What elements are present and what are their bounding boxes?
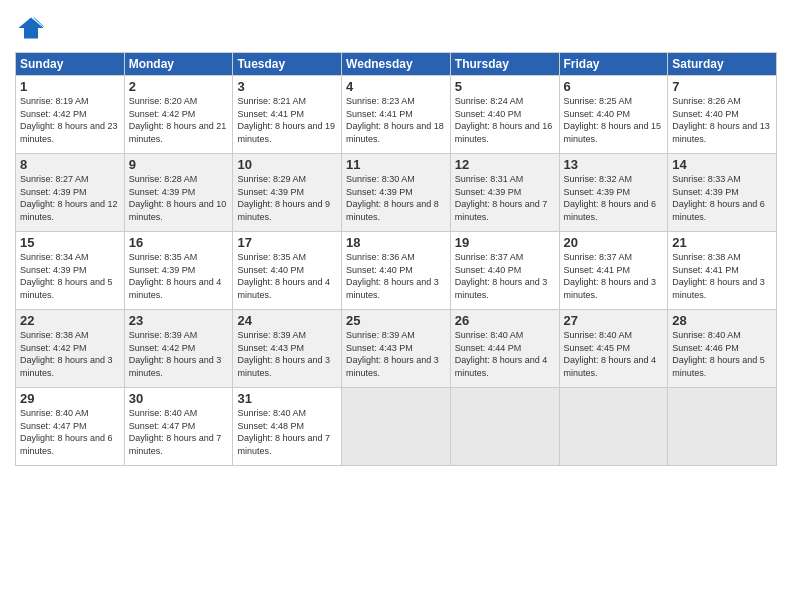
calendar-cell: 2 Sunrise: 8:20 AM Sunset: 4:42 PM Dayli… [124,76,233,154]
day-number: 3 [237,79,337,94]
day-info: Sunrise: 8:40 AM Sunset: 4:47 PM Dayligh… [20,407,120,457]
day-info: Sunrise: 8:38 AM Sunset: 4:41 PM Dayligh… [672,251,772,301]
day-number: 4 [346,79,446,94]
day-header-saturday: Saturday [668,53,777,76]
day-number: 21 [672,235,772,250]
week-row-1: 1 Sunrise: 8:19 AM Sunset: 4:42 PM Dayli… [16,76,777,154]
calendar-cell: 26 Sunrise: 8:40 AM Sunset: 4:44 PM Dayl… [450,310,559,388]
day-info: Sunrise: 8:30 AM Sunset: 4:39 PM Dayligh… [346,173,446,223]
day-info: Sunrise: 8:39 AM Sunset: 4:42 PM Dayligh… [129,329,229,379]
day-number: 19 [455,235,555,250]
calendar-cell: 3 Sunrise: 8:21 AM Sunset: 4:41 PM Dayli… [233,76,342,154]
day-info: Sunrise: 8:40 AM Sunset: 4:47 PM Dayligh… [129,407,229,457]
day-number: 9 [129,157,229,172]
day-info: Sunrise: 8:28 AM Sunset: 4:39 PM Dayligh… [129,173,229,223]
day-number: 27 [564,313,664,328]
day-info: Sunrise: 8:25 AM Sunset: 4:40 PM Dayligh… [564,95,664,145]
day-number: 2 [129,79,229,94]
day-number: 10 [237,157,337,172]
calendar-cell: 17 Sunrise: 8:35 AM Sunset: 4:40 PM Dayl… [233,232,342,310]
calendar-cell: 18 Sunrise: 8:36 AM Sunset: 4:40 PM Dayl… [342,232,451,310]
calendar-cell: 27 Sunrise: 8:40 AM Sunset: 4:45 PM Dayl… [559,310,668,388]
week-row-2: 8 Sunrise: 8:27 AM Sunset: 4:39 PM Dayli… [16,154,777,232]
day-info: Sunrise: 8:38 AM Sunset: 4:42 PM Dayligh… [20,329,120,379]
day-info: Sunrise: 8:40 AM Sunset: 4:48 PM Dayligh… [237,407,337,457]
day-info: Sunrise: 8:31 AM Sunset: 4:39 PM Dayligh… [455,173,555,223]
week-row-4: 22 Sunrise: 8:38 AM Sunset: 4:42 PM Dayl… [16,310,777,388]
calendar-cell: 25 Sunrise: 8:39 AM Sunset: 4:43 PM Dayl… [342,310,451,388]
calendar-cell: 29 Sunrise: 8:40 AM Sunset: 4:47 PM Dayl… [16,388,125,466]
calendar-cell: 20 Sunrise: 8:37 AM Sunset: 4:41 PM Dayl… [559,232,668,310]
week-row-3: 15 Sunrise: 8:34 AM Sunset: 4:39 PM Dayl… [16,232,777,310]
calendar-cell: 6 Sunrise: 8:25 AM Sunset: 4:40 PM Dayli… [559,76,668,154]
calendar-cell: 30 Sunrise: 8:40 AM Sunset: 4:47 PM Dayl… [124,388,233,466]
calendar-cell: 23 Sunrise: 8:39 AM Sunset: 4:42 PM Dayl… [124,310,233,388]
day-number: 6 [564,79,664,94]
day-info: Sunrise: 8:19 AM Sunset: 4:42 PM Dayligh… [20,95,120,145]
day-number: 16 [129,235,229,250]
day-number: 8 [20,157,120,172]
calendar-cell: 12 Sunrise: 8:31 AM Sunset: 4:39 PM Dayl… [450,154,559,232]
calendar-cell [668,388,777,466]
day-number: 14 [672,157,772,172]
calendar-cell [450,388,559,466]
day-header-thursday: Thursday [450,53,559,76]
day-info: Sunrise: 8:34 AM Sunset: 4:39 PM Dayligh… [20,251,120,301]
calendar-cell: 14 Sunrise: 8:33 AM Sunset: 4:39 PM Dayl… [668,154,777,232]
day-info: Sunrise: 8:37 AM Sunset: 4:40 PM Dayligh… [455,251,555,301]
day-number: 31 [237,391,337,406]
day-info: Sunrise: 8:20 AM Sunset: 4:42 PM Dayligh… [129,95,229,145]
calendar-cell: 16 Sunrise: 8:35 AM Sunset: 4:39 PM Dayl… [124,232,233,310]
day-number: 12 [455,157,555,172]
day-number: 5 [455,79,555,94]
calendar-cell: 24 Sunrise: 8:39 AM Sunset: 4:43 PM Dayl… [233,310,342,388]
day-info: Sunrise: 8:32 AM Sunset: 4:39 PM Dayligh… [564,173,664,223]
calendar-cell: 21 Sunrise: 8:38 AM Sunset: 4:41 PM Dayl… [668,232,777,310]
week-row-5: 29 Sunrise: 8:40 AM Sunset: 4:47 PM Dayl… [16,388,777,466]
calendar-cell: 19 Sunrise: 8:37 AM Sunset: 4:40 PM Dayl… [450,232,559,310]
calendar-cell: 9 Sunrise: 8:28 AM Sunset: 4:39 PM Dayli… [124,154,233,232]
day-info: Sunrise: 8:37 AM Sunset: 4:41 PM Dayligh… [564,251,664,301]
calendar-cell: 4 Sunrise: 8:23 AM Sunset: 4:41 PM Dayli… [342,76,451,154]
day-info: Sunrise: 8:40 AM Sunset: 4:44 PM Dayligh… [455,329,555,379]
page: SundayMondayTuesdayWednesdayThursdayFrid… [0,0,792,612]
calendar-cell: 5 Sunrise: 8:24 AM Sunset: 4:40 PM Dayli… [450,76,559,154]
calendar-cell: 31 Sunrise: 8:40 AM Sunset: 4:48 PM Dayl… [233,388,342,466]
day-info: Sunrise: 8:35 AM Sunset: 4:39 PM Dayligh… [129,251,229,301]
day-number: 26 [455,313,555,328]
calendar-cell: 28 Sunrise: 8:40 AM Sunset: 4:46 PM Dayl… [668,310,777,388]
day-number: 24 [237,313,337,328]
day-info: Sunrise: 8:35 AM Sunset: 4:40 PM Dayligh… [237,251,337,301]
calendar-cell: 15 Sunrise: 8:34 AM Sunset: 4:39 PM Dayl… [16,232,125,310]
day-info: Sunrise: 8:40 AM Sunset: 4:45 PM Dayligh… [564,329,664,379]
day-number: 22 [20,313,120,328]
calendar-table: SundayMondayTuesdayWednesdayThursdayFrid… [15,52,777,466]
day-number: 7 [672,79,772,94]
day-info: Sunrise: 8:21 AM Sunset: 4:41 PM Dayligh… [237,95,337,145]
day-number: 25 [346,313,446,328]
calendar-cell: 13 Sunrise: 8:32 AM Sunset: 4:39 PM Dayl… [559,154,668,232]
calendar-cell: 10 Sunrise: 8:29 AM Sunset: 4:39 PM Dayl… [233,154,342,232]
day-header-monday: Monday [124,53,233,76]
day-header-tuesday: Tuesday [233,53,342,76]
day-info: Sunrise: 8:40 AM Sunset: 4:46 PM Dayligh… [672,329,772,379]
day-info: Sunrise: 8:39 AM Sunset: 4:43 PM Dayligh… [346,329,446,379]
header [15,10,777,46]
day-number: 13 [564,157,664,172]
day-info: Sunrise: 8:26 AM Sunset: 4:40 PM Dayligh… [672,95,772,145]
day-info: Sunrise: 8:33 AM Sunset: 4:39 PM Dayligh… [672,173,772,223]
day-number: 28 [672,313,772,328]
day-info: Sunrise: 8:27 AM Sunset: 4:39 PM Dayligh… [20,173,120,223]
logo-icon [17,14,45,42]
day-number: 17 [237,235,337,250]
day-number: 15 [20,235,120,250]
calendar-cell: 1 Sunrise: 8:19 AM Sunset: 4:42 PM Dayli… [16,76,125,154]
day-header-sunday: Sunday [16,53,125,76]
calendar-cell: 8 Sunrise: 8:27 AM Sunset: 4:39 PM Dayli… [16,154,125,232]
calendar-cell: 7 Sunrise: 8:26 AM Sunset: 4:40 PM Dayli… [668,76,777,154]
calendar-cell [342,388,451,466]
day-number: 30 [129,391,229,406]
calendar-cell: 22 Sunrise: 8:38 AM Sunset: 4:42 PM Dayl… [16,310,125,388]
day-number: 23 [129,313,229,328]
day-info: Sunrise: 8:36 AM Sunset: 4:40 PM Dayligh… [346,251,446,301]
